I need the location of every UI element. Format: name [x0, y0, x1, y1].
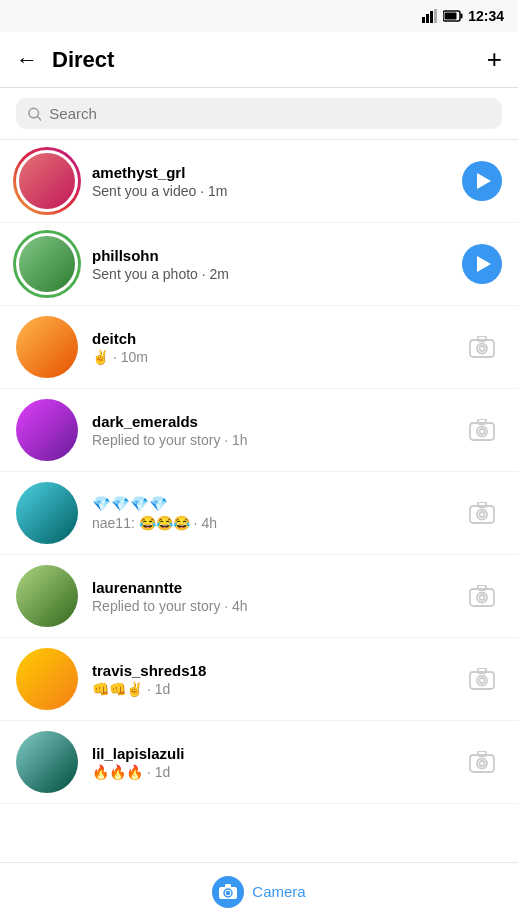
list-item[interactable]: amethyst_grl Sent you a video · 1m	[0, 140, 518, 223]
play-button[interactable]	[462, 244, 502, 284]
camera-action-icon[interactable]	[462, 327, 502, 367]
list-item[interactable]: phillsohn Sent you a photo · 2m	[0, 223, 518, 306]
avatar	[16, 233, 78, 295]
page-title: Direct	[52, 47, 487, 73]
svg-point-22	[477, 593, 487, 603]
avatar	[16, 731, 78, 793]
list-item[interactable]: deitch ✌️ · 10m	[0, 306, 518, 389]
svg-rect-28	[478, 668, 486, 673]
svg-rect-6	[445, 13, 457, 20]
message-content: laurenanntte Replied to your story · 4h	[92, 579, 448, 614]
svg-rect-32	[478, 751, 486, 756]
svg-rect-36	[225, 884, 231, 888]
signal-icon	[422, 9, 438, 23]
avatar-wrap	[16, 399, 78, 461]
message-preview: 👊👊✌️ · 1d	[92, 681, 448, 697]
svg-rect-3	[434, 9, 437, 23]
back-button[interactable]: ←	[16, 47, 38, 73]
svg-point-19	[480, 512, 485, 517]
svg-point-23	[480, 595, 485, 600]
svg-rect-16	[478, 419, 486, 424]
message-username: dark_emeralds	[92, 413, 448, 430]
svg-point-10	[477, 344, 487, 354]
list-item[interactable]: lil_lapislazuli 🔥🔥🔥 · 1d	[0, 721, 518, 804]
message-username: 💎💎💎💎	[92, 495, 448, 513]
avatar-wrap	[16, 648, 78, 710]
avatar-wrap	[16, 233, 78, 295]
search-input-wrap[interactable]	[16, 98, 502, 129]
svg-rect-2	[430, 11, 433, 23]
avatar-wrap	[16, 316, 78, 378]
status-time: 12:34	[468, 8, 504, 24]
list-item[interactable]: travis_shreds18 👊👊✌️ · 1d	[0, 638, 518, 721]
camera-bottom-icon[interactable]	[212, 876, 244, 908]
new-message-button[interactable]: +	[487, 44, 502, 75]
message-username: laurenanntte	[92, 579, 448, 596]
play-button[interactable]	[462, 161, 502, 201]
message-content: deitch ✌️ · 10m	[92, 330, 448, 365]
search-input[interactable]	[49, 105, 490, 122]
camera-icon	[469, 751, 495, 773]
svg-point-26	[477, 676, 487, 686]
search-bar	[0, 88, 518, 140]
avatar	[16, 150, 78, 212]
svg-rect-29	[470, 755, 494, 772]
list-item[interactable]: 💎💎💎💎 nae11: 😂😂😂 · 4h	[0, 472, 518, 555]
camera-action-icon[interactable]	[462, 659, 502, 699]
avatar-wrap	[16, 150, 78, 212]
message-content: phillsohn Sent you a photo · 2m	[92, 247, 448, 282]
avatar	[16, 565, 78, 627]
camera-icon	[469, 585, 495, 607]
avatar-wrap	[16, 731, 78, 793]
svg-rect-5	[461, 14, 463, 19]
camera-label: Camera	[252, 883, 305, 900]
camera-action-icon[interactable]	[462, 742, 502, 782]
message-username: lil_lapislazuli	[92, 745, 448, 762]
header: ← Direct +	[0, 32, 518, 88]
svg-rect-1	[426, 14, 429, 23]
message-content: amethyst_grl Sent you a video · 1m	[92, 164, 448, 199]
svg-point-18	[477, 510, 487, 520]
svg-point-11	[480, 346, 485, 351]
message-username: amethyst_grl	[92, 164, 448, 181]
svg-rect-21	[470, 589, 494, 606]
svg-rect-0	[422, 17, 425, 23]
svg-point-31	[480, 761, 485, 766]
svg-rect-13	[470, 423, 494, 440]
status-icons: 12:34	[422, 8, 504, 24]
message-content: lil_lapislazuli 🔥🔥🔥 · 1d	[92, 745, 448, 780]
battery-icon	[443, 10, 463, 22]
message-content: 💎💎💎💎 nae11: 😂😂😂 · 4h	[92, 495, 448, 531]
svg-rect-24	[478, 585, 486, 590]
avatar	[16, 648, 78, 710]
camera-icon	[469, 419, 495, 441]
avatar-wrap	[16, 565, 78, 627]
message-list: amethyst_grl Sent you a video · 1m phill…	[0, 140, 518, 804]
avatar	[16, 482, 78, 544]
svg-rect-12	[478, 336, 486, 341]
status-bar: 12:34	[0, 0, 518, 32]
camera-action-icon[interactable]	[462, 410, 502, 450]
avatar-wrap	[16, 482, 78, 544]
camera-action-icon[interactable]	[462, 576, 502, 616]
avatar	[16, 399, 78, 461]
message-preview: Replied to your story · 4h	[92, 598, 448, 614]
bottom-nav: Camera	[0, 862, 518, 920]
camera-icon	[469, 668, 495, 690]
svg-point-35	[226, 891, 230, 895]
message-preview: 🔥🔥🔥 · 1d	[92, 764, 448, 780]
message-username: deitch	[92, 330, 448, 347]
message-content: travis_shreds18 👊👊✌️ · 1d	[92, 662, 448, 697]
svg-line-8	[38, 116, 42, 120]
camera-action-icon[interactable]	[462, 493, 502, 533]
message-preview: Sent you a video · 1m	[92, 183, 448, 199]
message-content: dark_emeralds Replied to your story · 1h	[92, 413, 448, 448]
svg-point-27	[480, 678, 485, 683]
svg-point-15	[480, 429, 485, 434]
list-item[interactable]: laurenanntte Replied to your story · 4h	[0, 555, 518, 638]
search-icon	[28, 107, 41, 121]
list-item[interactable]: dark_emeralds Replied to your story · 1h	[0, 389, 518, 472]
svg-rect-9	[470, 340, 494, 357]
svg-rect-20	[478, 502, 486, 507]
message-preview: Sent you a photo · 2m	[92, 266, 448, 282]
